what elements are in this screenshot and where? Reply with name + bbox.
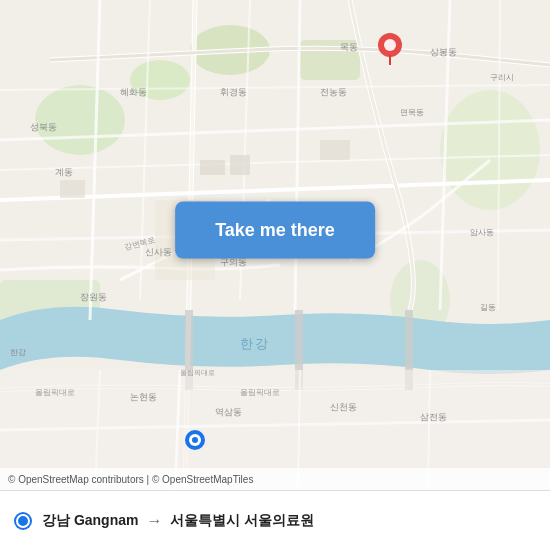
map-container: 한강 — [0, 0, 550, 490]
svg-point-6 — [440, 90, 540, 210]
svg-text:구리시: 구리시 — [490, 73, 514, 82]
svg-text:상봉동: 상봉동 — [430, 47, 457, 57]
svg-text:목동: 목동 — [340, 42, 358, 52]
svg-rect-35 — [60, 180, 85, 198]
svg-text:삼전동: 삼전동 — [420, 412, 447, 422]
svg-text:한강: 한강 — [240, 336, 270, 351]
svg-rect-33 — [230, 155, 250, 175]
attribution-text: © OpenStreetMap contributors | © OpenStr… — [8, 474, 253, 485]
svg-rect-32 — [200, 160, 225, 175]
svg-text:한강: 한강 — [10, 348, 26, 357]
arrow-icon: → — [146, 512, 162, 530]
origin-dot — [16, 514, 30, 528]
svg-text:계동: 계동 — [55, 167, 73, 177]
svg-text:올림픽대로: 올림픽대로 — [240, 388, 280, 397]
route-to: 서울특별시 서울의료원 — [170, 512, 314, 530]
svg-point-37 — [384, 39, 396, 51]
svg-text:올림픽대로: 올림픽대로 — [180, 369, 215, 377]
route-from: 강남 Gangnam — [42, 512, 138, 530]
svg-text:역삼동: 역삼동 — [215, 407, 242, 417]
take-me-there-button[interactable]: Take me there — [175, 202, 375, 259]
svg-point-41 — [192, 437, 198, 443]
svg-point-1 — [35, 85, 125, 155]
svg-text:전농동: 전농동 — [320, 87, 347, 97]
svg-text:면목동: 면목동 — [400, 108, 424, 117]
svg-text:장원동: 장원동 — [80, 292, 107, 302]
svg-rect-34 — [320, 140, 350, 160]
svg-text:휘경동: 휘경동 — [220, 87, 247, 97]
svg-text:논현동: 논현동 — [130, 392, 157, 402]
svg-text:길동: 길동 — [480, 303, 496, 312]
svg-text:성북동: 성북동 — [30, 122, 57, 132]
svg-text:올림픽대로: 올림픽대로 — [35, 388, 75, 397]
svg-text:신사동: 신사동 — [145, 247, 172, 257]
svg-text:암사동: 암사동 — [470, 228, 494, 237]
svg-text:신천동: 신천동 — [330, 402, 357, 412]
bottom-bar: 강남 Gangnam → 서울특별시 서울의료원 — [0, 490, 550, 550]
svg-text:혜화동: 혜화동 — [120, 87, 147, 97]
route-info: 강남 Gangnam → 서울특별시 서울의료원 — [42, 512, 314, 530]
attribution-bar: © OpenStreetMap contributors | © OpenStr… — [0, 468, 550, 490]
